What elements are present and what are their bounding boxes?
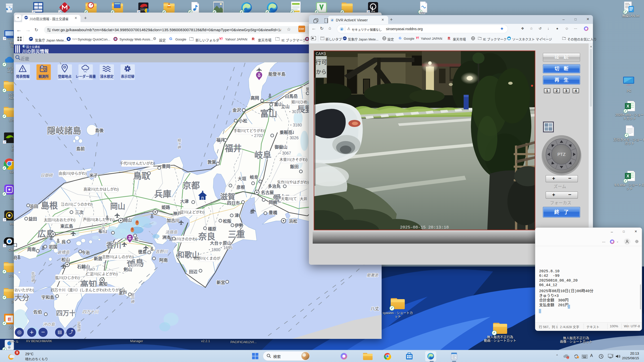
svg-text:姫川(ひめ: 姫川(ひめ (292, 100, 307, 104)
svg-text:飯田: 飯田 (290, 164, 299, 169)
svg-text:・3015: ・3015 (288, 110, 301, 114)
svg-text:今治: 今治 (81, 250, 90, 255)
svg-text:(おおいたがわ): (おおいたがわ) (14, 288, 34, 292)
svg-text:米子: 米子 (89, 173, 98, 178)
svg-text:姫路: 姫路 (162, 205, 170, 210)
svg-text:豊橋: 豊橋 (269, 210, 277, 215)
svg-text:香川: 香川 (106, 241, 121, 249)
svg-text:京都: 京都 (183, 181, 200, 190)
svg-text:田辺: 田辺 (189, 269, 197, 274)
svg-text:浜田: 浜田 (30, 204, 38, 209)
svg-text:新居: 新居 (94, 256, 102, 261)
svg-text:・1955: ・1955 (128, 263, 141, 267)
svg-text:四万十川（渡川）(しまんとがわ(わたりがわ)): 四万十川（渡川）(しまんとがわ(わたりがわ)) (51, 288, 125, 292)
svg-text:足摺岬: 足摺岬 (77, 322, 81, 332)
svg-text:滋賀: 滋賀 (220, 193, 235, 201)
svg-text:大津: 大津 (180, 199, 189, 204)
svg-text:剣山: 剣山 (123, 267, 132, 272)
svg-text:新宮: 新宮 (217, 280, 225, 285)
svg-text:吉野川(よしのがわ): 吉野川(よしのがわ) (102, 255, 134, 259)
svg-text:藺灘波: 藺灘波 (367, 273, 378, 277)
svg-text:芦田川(あしだがわ): 芦田川(あしだがわ) (83, 218, 115, 222)
svg-text:阿南: 阿南 (159, 258, 168, 263)
svg-text:日御碕: 日御碕 (41, 173, 53, 177)
svg-text:高梁川(たかはしがわ): 高梁川(たかはしがわ) (84, 187, 119, 191)
svg-text:松: 松 (134, 237, 139, 242)
svg-text:島後: 島後 (95, 128, 104, 133)
svg-text:福井: 福井 (224, 144, 242, 153)
svg-text:白馬岳: 白馬岳 (285, 94, 298, 99)
svg-text:敦賀: 敦賀 (208, 160, 216, 165)
svg-text:2025-08-15 20:13:18: 2025-08-15 20:13:18 (400, 225, 449, 230)
svg-text:四万十川: 四万十川 (82, 310, 99, 314)
svg-text:倉橋島: 倉橋島 (57, 250, 70, 254)
svg-text:佐伯: 佐伯 (33, 309, 42, 314)
svg-text:から: から (316, 69, 327, 75)
svg-text:PTZ: PTZ (557, 152, 566, 157)
svg-text:・3067: ・3067 (278, 151, 291, 155)
svg-text:伊勢: 伊勢 (234, 223, 243, 228)
svg-text:御嶽山: 御嶽山 (274, 145, 288, 150)
svg-text:矢作川(やはぎがわ): 矢作川(やはぎがわ) (277, 180, 309, 184)
svg-text:高岡: 高岡 (251, 96, 259, 101)
svg-text:淀川(よどがわ): 淀川(よどがわ) (180, 210, 205, 214)
svg-text:岐阜: 岐阜 (254, 150, 271, 160)
svg-text:益田: 益田 (28, 216, 37, 221)
svg-text:✕: ✕ (567, 357, 569, 359)
svg-text:X: X (626, 104, 629, 109)
svg-text:天竜川(て: 天竜川(て (281, 197, 297, 201)
svg-text:三重: 三重 (228, 230, 245, 239)
svg-text:浜松: 浜松 (289, 219, 297, 224)
svg-text:由良川(ゆらがわ): 由良川(ゆらがわ) (59, 171, 87, 175)
svg-text:木曽川(きそがわ): 木曽川(きそがわ) (279, 158, 307, 162)
svg-text:名古屋: 名古屋 (261, 190, 274, 195)
svg-text:加古川: 加古川 (167, 218, 180, 223)
svg-text:隠岐諸島: 隠岐諸島 (47, 126, 81, 135)
svg-text:乗鞍岳: 乗鞍岳 (279, 130, 293, 135)
svg-text:CAM3: CAM3 (316, 52, 326, 56)
svg-text:津: 津 (235, 213, 239, 218)
svg-text:金沢: 金沢 (232, 108, 241, 113)
svg-text:淡路島: 淡路島 (165, 230, 178, 234)
svg-text:東広島: 東広島 (60, 224, 73, 229)
svg-text:多治見: 多治見 (268, 184, 281, 189)
svg-text:富山: 富山 (260, 109, 277, 118)
svg-text:豊岡: 豊岡 (162, 164, 170, 169)
svg-text:松阪: 松阪 (223, 219, 231, 224)
svg-text:山口: 山口 (14, 243, 17, 248)
svg-text:江の川(ごうのかわ): 江の川(ごうのかわ) (61, 202, 93, 206)
svg-text:佐田岬: 佐田岬 (31, 272, 35, 282)
svg-text:島根: 島根 (41, 201, 58, 210)
svg-text:立山: 立山 (281, 104, 290, 109)
svg-text:小松: 小松 (239, 118, 247, 123)
svg-text:彦根: 彦根 (236, 185, 245, 190)
svg-text:四日市: 四日市 (227, 201, 240, 206)
svg-text:府: 府 (14, 255, 17, 260)
svg-text:熊野川(くまのが: 熊野川(くまのが (193, 256, 220, 260)
svg-text:・2702: ・2702 (250, 133, 263, 138)
svg-text:松山: 松山 (61, 257, 70, 262)
svg-text:橿原: 橿原 (208, 227, 216, 232)
svg-text:大台ヶ原山: 大台ヶ原山 (210, 241, 231, 246)
svg-text:岩国: 岩国 (49, 244, 57, 249)
svg-text:能登半島: 能登半島 (268, 72, 286, 77)
svg-text:呉: 呉 (62, 240, 66, 245)
svg-text:岡山: 岡山 (110, 202, 125, 210)
svg-text:NTE: NTE (371, 10, 375, 13)
svg-text:岡崎: 岡崎 (269, 200, 277, 205)
svg-text:経ヶ岬: 経ヶ岬 (177, 139, 181, 149)
svg-text:手取川(てどりがわ): 手取川(てどりがわ) (234, 129, 265, 133)
svg-text:島前: 島前 (76, 146, 85, 151)
svg-text:・1695: ・1695 (219, 246, 232, 250)
svg-text:大分: 大分 (14, 293, 29, 302)
svg-text:大井: 大井 (300, 197, 307, 201)
svg-text:肱川(ひじかわ): 肱川(ひじかわ) (55, 276, 80, 280)
svg-text:e: e (341, 27, 343, 31)
svg-text:福井: 福井 (216, 138, 225, 143)
svg-text:・3180: ・3180 (289, 123, 302, 127)
svg-text:沖の島: 沖の島 (43, 322, 55, 327)
svg-text:三次: 三次 (75, 210, 84, 215)
svg-text:太田川(おおたがわ): 太田川(おおたがわ) (44, 218, 75, 222)
svg-text:巨: 巨 (8, 317, 11, 321)
svg-text:・3026: ・3026 (286, 136, 299, 140)
